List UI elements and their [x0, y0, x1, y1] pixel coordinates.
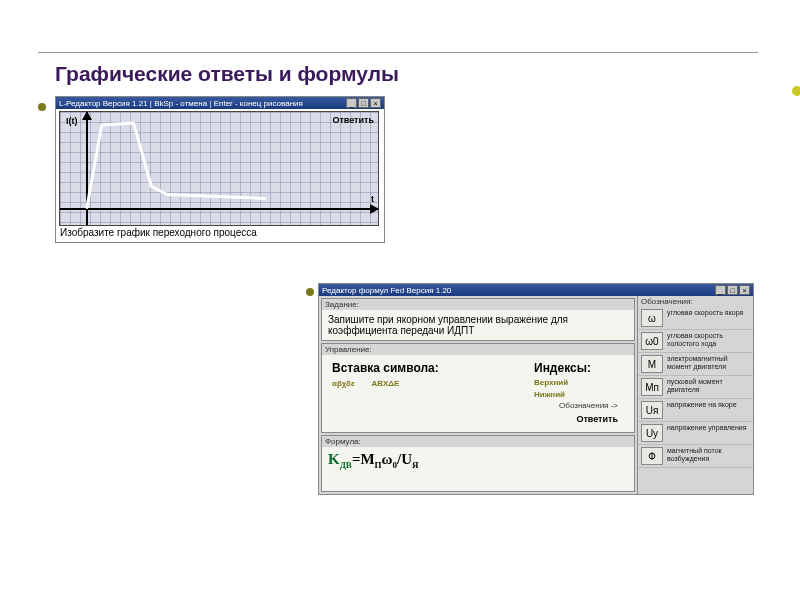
- latin-symbols-button[interactable]: ABXΔE: [371, 379, 399, 388]
- subscript-button[interactable]: Нижний: [534, 390, 624, 399]
- close-button[interactable]: ×: [739, 285, 750, 295]
- legend-symbol: Mп: [641, 378, 663, 396]
- control-section: Управление: Вставка символа: αβχδε ABXΔE…: [321, 343, 635, 433]
- titlebar-text: L-Редактор Версия 1.21 | BkSp - отмена |…: [59, 99, 303, 108]
- legend-symbol: ω: [641, 309, 663, 327]
- page-title: Графические ответы и формулы: [55, 62, 399, 86]
- formula-editor-titlebar[interactable]: Редактор формул Fed Версия 1.20 _ □ ×: [319, 284, 753, 296]
- legend-text: угловая скорость якоря: [667, 309, 750, 317]
- minimize-button[interactable]: _: [346, 98, 357, 108]
- superscript-button[interactable]: Верхний: [534, 378, 624, 387]
- legend-text: магнитный поток возбуждения: [667, 447, 750, 462]
- legend-toggle[interactable]: Обозначения ->: [332, 399, 624, 412]
- maximize-button[interactable]: □: [727, 285, 738, 295]
- graph-editor-window: L-Редактор Версия 1.21 | BkSp - отмена |…: [55, 96, 385, 243]
- graph-caption: Изобразите график переходного процесса: [56, 224, 384, 242]
- bullet-icon: [306, 288, 314, 296]
- close-button[interactable]: ×: [370, 98, 381, 108]
- divider: [38, 52, 758, 53]
- titlebar-text: Редактор формул Fed Версия 1.20: [322, 286, 451, 295]
- legend-item[interactable]: Mэлектромагнитный момент двигателя: [638, 353, 753, 376]
- index-label: Индексы:: [534, 361, 624, 375]
- legend-item[interactable]: ωугловая скорость якоря: [638, 307, 753, 330]
- legend-item[interactable]: Uунапряжение управления: [638, 422, 753, 445]
- legend-symbol: ω0: [641, 332, 663, 350]
- formula-section: Формула: KДВ=MПω0/UЯ: [321, 435, 635, 492]
- legend-text: угловая скорость холостого хода: [667, 332, 750, 347]
- legend-text: напряжение на якоре: [667, 401, 750, 409]
- task-section: Задание: Запишите при якорном управлении…: [321, 298, 635, 341]
- answer-button[interactable]: Ответить: [332, 412, 624, 426]
- formula-editor-window: Редактор формул Fed Версия 1.20 _ □ × За…: [318, 283, 754, 495]
- legend-pane: Обозначения: ωугловая скорость якоряω0уг…: [637, 296, 753, 494]
- task-text: Запишите при якорном управлении выражени…: [322, 310, 634, 340]
- legend-text: напряжение управления: [667, 424, 750, 432]
- minimize-button[interactable]: _: [715, 285, 726, 295]
- legend-item[interactable]: Uянапряжение на якоре: [638, 399, 753, 422]
- legend-header: Обозначения:: [638, 296, 753, 307]
- legend-text: электромагнитный момент двигателя: [667, 355, 750, 370]
- legend-symbol: M: [641, 355, 663, 373]
- maximize-button[interactable]: □: [358, 98, 369, 108]
- greek-symbols-button[interactable]: αβχδε: [332, 379, 355, 388]
- legend-symbol: Uу: [641, 424, 663, 442]
- plot-canvas[interactable]: I(t) t Ответить: [59, 111, 379, 226]
- legend-symbol: Uя: [641, 401, 663, 419]
- legend-item[interactable]: Mппусковой момент двигателя: [638, 376, 753, 399]
- formula-input[interactable]: KДВ=MПω0/UЯ: [322, 447, 634, 491]
- graph-editor-titlebar[interactable]: L-Редактор Версия 1.21 | BkSp - отмена |…: [56, 97, 384, 109]
- chart-curve: [60, 112, 378, 226]
- legend-item[interactable]: ω0угловая скорость холостого хода: [638, 330, 753, 353]
- legend-item[interactable]: Фмагнитный поток возбуждения: [638, 445, 753, 468]
- formula-header: Формула:: [322, 436, 634, 447]
- control-header: Управление:: [322, 344, 634, 355]
- task-header: Задание:: [322, 299, 634, 310]
- legend-symbol: Ф: [641, 447, 663, 465]
- bullet-icon: [38, 103, 46, 111]
- insert-symbol-label: Вставка символа:: [332, 361, 528, 375]
- legend-text: пусковой момент двигателя: [667, 378, 750, 393]
